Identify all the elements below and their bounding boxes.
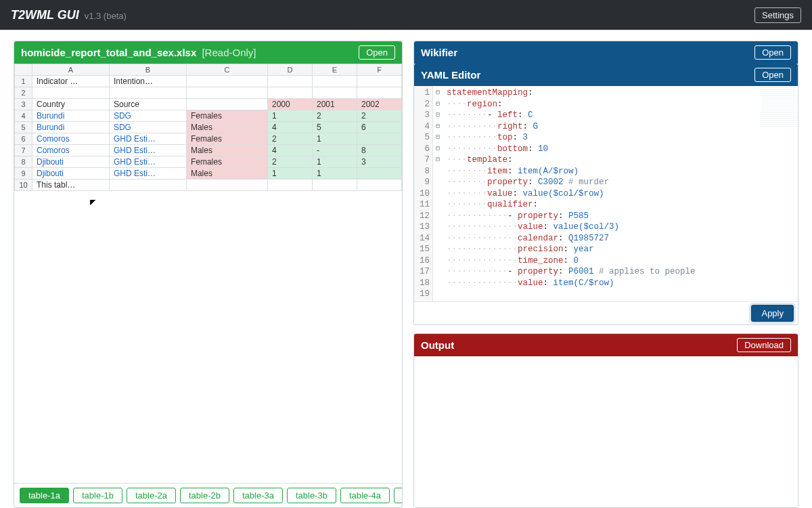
cell[interactable] xyxy=(109,87,186,99)
row-number[interactable]: 4 xyxy=(15,110,32,122)
cell[interactable] xyxy=(186,99,267,110)
yaml-open-button[interactable]: Open xyxy=(754,68,791,82)
cell[interactable]: Djibouti xyxy=(32,168,110,179)
code-line[interactable]: ········item: item(A/$row) xyxy=(447,166,696,177)
wikifier-open-button[interactable]: Open xyxy=(754,45,791,60)
cell[interactable]: 2002 xyxy=(357,99,402,110)
cell[interactable]: GHD Esti… xyxy=(109,145,186,156)
row-number[interactable]: 10 xyxy=(15,179,32,191)
sheet-tab[interactable]: table-3a xyxy=(233,488,283,503)
cell[interactable]: SDG xyxy=(109,110,186,122)
cell[interactable]: Males xyxy=(186,168,267,179)
cell[interactable]: 1 xyxy=(268,168,313,179)
cell[interactable]: Burundi xyxy=(32,110,110,122)
spreadsheet-open-button[interactable]: Open xyxy=(359,45,395,60)
cell[interactable] xyxy=(268,87,313,99)
cell[interactable]: Males xyxy=(186,145,267,156)
code-line[interactable]: ··············calendar: Q1985727 xyxy=(447,233,696,245)
cell[interactable]: GHD Esti… xyxy=(109,133,186,145)
cell[interactable]: 6 xyxy=(357,122,402,133)
cell[interactable]: 2 xyxy=(313,110,357,122)
cell[interactable] xyxy=(313,76,357,87)
sheet-tab[interactable]: table-2a xyxy=(127,488,176,503)
cell[interactable] xyxy=(186,87,267,99)
cell[interactable]: 2 xyxy=(357,110,402,122)
cell[interactable] xyxy=(357,133,402,145)
column-header[interactable]: E xyxy=(313,64,357,76)
cell[interactable]: Source xyxy=(109,99,186,110)
cell[interactable] xyxy=(268,76,313,87)
cell[interactable]: Indicator … xyxy=(32,76,110,87)
cell[interactable]: Country xyxy=(32,99,110,110)
cell[interactable] xyxy=(109,179,186,191)
code-line[interactable]: ····region: xyxy=(447,99,696,110)
code-line[interactable]: statementMapping: xyxy=(447,87,696,99)
code-line[interactable]: ········qualifier: xyxy=(447,199,696,211)
spreadsheet-grid[interactable]: ABCDEF 1Indicator …Intention…23CountrySo… xyxy=(14,64,402,191)
cell[interactable] xyxy=(32,87,110,99)
code-line[interactable]: ········value: value($col/$row) xyxy=(447,188,696,200)
code-line[interactable]: ··············value: item(C/$row) xyxy=(447,278,696,289)
cell[interactable]: This tabl… xyxy=(32,179,110,191)
code-line[interactable]: ··············time_zone: 0 xyxy=(447,255,696,267)
cell[interactable]: 2 xyxy=(268,133,313,145)
column-header[interactable]: C xyxy=(186,64,267,76)
row-number[interactable]: 9 xyxy=(15,168,32,179)
sheet-tab[interactable]: table-1b xyxy=(73,488,122,503)
cell[interactable]: 1 xyxy=(313,168,357,179)
cell[interactable] xyxy=(186,76,267,87)
cell[interactable]: 1 xyxy=(313,156,357,168)
code-line[interactable]: ··············value: value($col/3) xyxy=(447,221,696,233)
row-number[interactable]: 5 xyxy=(15,122,32,133)
cell[interactable]: Intention… xyxy=(109,76,186,87)
fold-toggle[interactable]: ⊟ xyxy=(433,132,443,144)
column-header[interactable]: F xyxy=(357,64,402,76)
cell[interactable]: 4 xyxy=(268,122,313,133)
sheet-tab[interactable]: table-4 xyxy=(394,488,402,503)
cell[interactable] xyxy=(357,179,402,191)
cell[interactable]: Djibouti xyxy=(32,156,110,168)
code-line[interactable]: ··············precision: year xyxy=(447,244,696,255)
cell[interactable] xyxy=(186,179,267,191)
sheet-tab[interactable]: table-3b xyxy=(287,488,336,503)
sheet-tab[interactable]: table-4a xyxy=(340,488,390,503)
fold-toggle[interactable]: ⊟ xyxy=(433,154,443,166)
row-number[interactable]: 2 xyxy=(15,87,32,99)
code-line[interactable]: ········property: C3002 # murder xyxy=(447,177,696,188)
cell[interactable]: 2 xyxy=(268,156,313,168)
code-line[interactable]: ············- property: P6001 # applies … xyxy=(447,266,696,278)
code-line[interactable]: ··········bottom: 10 xyxy=(447,144,696,155)
cell[interactable] xyxy=(313,87,357,99)
settings-button[interactable]: Settings xyxy=(754,7,801,23)
cell[interactable]: Comoros xyxy=(32,133,110,145)
row-number[interactable]: 7 xyxy=(15,145,32,156)
cell[interactable]: 1 xyxy=(268,110,313,122)
cell[interactable]: 2001 xyxy=(313,99,357,110)
cell[interactable]: 5 xyxy=(313,122,357,133)
cell[interactable]: - xyxy=(313,145,357,156)
cell[interactable]: 1 xyxy=(313,133,357,145)
row-number[interactable]: 8 xyxy=(15,156,32,168)
cell[interactable]: SDG xyxy=(109,122,186,133)
row-number[interactable]: 3 xyxy=(15,99,32,110)
sheet-tab[interactable]: table-2b xyxy=(180,488,229,503)
cell[interactable]: 4 xyxy=(268,145,313,156)
cell[interactable]: Females xyxy=(186,156,267,168)
fold-toggle[interactable]: ⊟ xyxy=(433,121,443,133)
code-line[interactable]: ············- property: P585 xyxy=(447,211,696,222)
column-header[interactable]: B xyxy=(109,64,186,76)
row-number[interactable]: 1 xyxy=(15,76,32,87)
code-line[interactable]: ··········top: 3 xyxy=(447,132,696,144)
fold-toggle[interactable]: ⊟ xyxy=(433,99,443,110)
cell[interactable] xyxy=(357,76,402,87)
cell[interactable]: 8 xyxy=(357,145,402,156)
fold-toggle[interactable]: ⊟ xyxy=(433,110,443,121)
cell[interactable]: GHD Esti… xyxy=(109,156,186,168)
cell[interactable] xyxy=(357,168,402,179)
column-header[interactable]: A xyxy=(32,64,110,76)
cell[interactable] xyxy=(313,179,357,191)
cell[interactable]: 2000 xyxy=(268,99,313,110)
cell[interactable]: Females xyxy=(186,133,267,145)
code-line[interactable]: ········- left: C xyxy=(447,110,696,121)
cell[interactable]: 3 xyxy=(357,156,402,168)
